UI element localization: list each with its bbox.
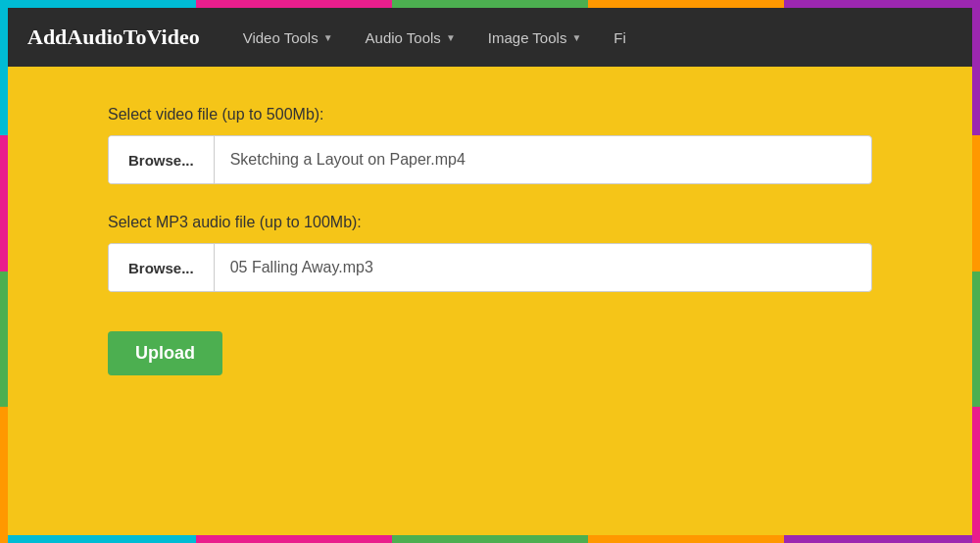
brand-name: AddAudioToVideo [27, 25, 200, 50]
chevron-down-icon: ▼ [571, 32, 581, 43]
form-container: Select video file (up to 500Mb): Browse.… [108, 106, 872, 496]
border-left [0, 0, 8, 543]
upload-button[interactable]: Upload [108, 331, 222, 375]
video-file-label: Select video file (up to 500Mb): [108, 106, 872, 123]
nav-video-tools-label: Video Tools [243, 29, 318, 46]
navbar: AddAudioToVideo Video Tools ▼ Audio Tool… [8, 8, 972, 67]
nav-image-tools-label: Image Tools [488, 29, 567, 46]
main-content: Select video file (up to 500Mb): Browse.… [8, 67, 972, 535]
audio-browse-button[interactable]: Browse... [109, 244, 215, 291]
video-filename: Sketching a Layout on Paper.mp4 [215, 151, 871, 169]
nav-audio-tools-label: Audio Tools [366, 29, 441, 46]
nav-item-audio-tools[interactable]: Audio Tools ▼ [352, 22, 469, 54]
chevron-down-icon: ▼ [446, 32, 456, 43]
nav-item-video-tools[interactable]: Video Tools ▼ [229, 22, 347, 54]
video-browse-button[interactable]: Browse... [109, 136, 215, 183]
audio-file-input-row: Browse... 05 Falling Away.mp3 [108, 243, 872, 292]
border-right [972, 0, 980, 543]
audio-file-label: Select MP3 audio file (up to 100Mb): [108, 214, 872, 231]
border-top [0, 0, 980, 8]
audio-filename: 05 Falling Away.mp3 [215, 259, 871, 276]
nav-item-image-tools[interactable]: Image Tools ▼ [474, 22, 596, 54]
video-file-input-row: Browse... Sketching a Layout on Paper.mp… [108, 135, 872, 184]
nav-items: Video Tools ▼ Audio Tools ▼ Image Tools … [229, 22, 640, 54]
nav-item-fi[interactable]: Fi [600, 22, 640, 54]
chevron-down-icon: ▼ [323, 32, 333, 43]
nav-fi-label: Fi [613, 29, 626, 46]
border-bottom [0, 535, 980, 543]
